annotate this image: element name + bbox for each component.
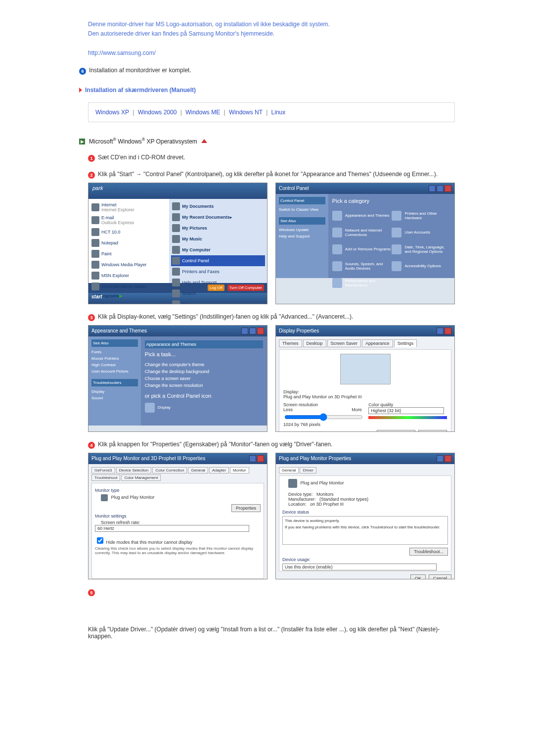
- close-icon[interactable]: [445, 328, 451, 334]
- at-task-theme[interactable]: Change the computer's theme: [145, 361, 263, 368]
- troubleshoot-button[interactable]: Troubleshoot...: [409, 548, 448, 556]
- maximize-icon[interactable]: [437, 185, 444, 192]
- hide-modes-desc: Clearing this check box allows you to se…: [95, 546, 261, 555]
- cp-cat-datetime[interactable]: Date, Time, Language, and Regional Optio…: [392, 244, 450, 254]
- tab-devsel[interactable]: Device Selection: [116, 467, 152, 473]
- samsung-link[interactable]: http://www.samsung.com/: [88, 49, 156, 56]
- tab-desktop[interactable]: Desktop: [303, 339, 326, 347]
- cp-help-support[interactable]: Help and Support: [279, 233, 325, 239]
- tab-geforce3[interactable]: GeForce3: [91, 467, 115, 473]
- arrow-icon: [79, 88, 82, 93]
- hide-modes-label: Hide modes that this monitor cannot disp…: [106, 540, 193, 545]
- sm-moviemaker[interactable]: Windows Movie Maker: [90, 281, 167, 292]
- at-task-bg[interactable]: Change the desktop background: [145, 368, 263, 375]
- sm-notepad[interactable]: Notepad: [90, 237, 167, 248]
- sm-hct[interactable]: HCT 10.0: [90, 227, 167, 237]
- cp-icon: [172, 257, 180, 265]
- os-heading-row: ▶ Microsoft® Windows® XP Operativsystem: [79, 137, 455, 145]
- close-icon[interactable]: [445, 455, 451, 462]
- top-arrow-icon[interactable]: [201, 139, 207, 143]
- note-line2: Den autoriserede driver kan findes på Sa…: [88, 29, 455, 39]
- refresh-select[interactable]: 60 Hertz: [95, 525, 249, 532]
- sm-internet[interactable]: InternetInternet Explorer: [90, 201, 167, 214]
- tab-general[interactable]: General: [188, 467, 208, 473]
- cp-win-update[interactable]: Windows Update: [279, 227, 325, 233]
- close-icon[interactable]: [445, 185, 451, 192]
- sm-paint[interactable]: Paint: [90, 248, 167, 259]
- link-windows-xp[interactable]: Windows XP: [95, 109, 129, 116]
- printer-icon: [172, 268, 180, 276]
- cp-cat-users[interactable]: User Accounts: [392, 228, 450, 237]
- sm-run[interactable]: Run...: [171, 299, 265, 304]
- tab-colormgmt[interactable]: Color Management: [121, 474, 161, 481]
- tab-driver[interactable]: Driver: [300, 467, 316, 473]
- ok-button[interactable]: OK: [410, 574, 426, 579]
- tab-appearance[interactable]: Appearance: [362, 339, 393, 347]
- start-menu-user: park: [89, 183, 267, 199]
- help-icon[interactable]: [437, 328, 444, 334]
- troubleshoot-button[interactable]: Troubleshoot...: [377, 430, 415, 432]
- link-linux[interactable]: Linux: [271, 109, 286, 116]
- cp-cat-printers[interactable]: Printers and Other Hardware: [392, 211, 450, 221]
- hide-modes-checkbox[interactable]: [97, 537, 103, 544]
- close-icon[interactable]: [257, 455, 264, 462]
- step-badge-5: 5: [88, 589, 95, 596]
- at-task-ss[interactable]: Choose a screen saver: [145, 375, 263, 382]
- tab-adapter[interactable]: Adapter: [209, 467, 229, 473]
- xp-step-1-text: Sæt CD'en ind i CD-ROM drevet.: [98, 154, 185, 161]
- tab-themes[interactable]: Themes: [279, 339, 302, 347]
- msn-icon: [91, 272, 99, 280]
- appearance-icon: [332, 211, 342, 221]
- cp-switch-classic[interactable]: Switch to Classic View: [279, 206, 325, 213]
- sm-msn[interactable]: MSN Explorer: [90, 270, 167, 281]
- sm-music[interactable]: My Music: [171, 234, 265, 244]
- sm-wmp[interactable]: Windows Media Player: [90, 259, 167, 270]
- advanced-button[interactable]: Advanced: [418, 430, 447, 432]
- maximize-icon[interactable]: [249, 328, 256, 334]
- notepad-icon: [91, 239, 99, 247]
- properties-button[interactable]: Properties: [231, 504, 261, 512]
- cp-cat-addremove[interactable]: Add or Remove Programs: [332, 244, 391, 254]
- ie-icon: [91, 203, 99, 211]
- at-see-also: See Also: [91, 339, 138, 347]
- minimize-icon[interactable]: [241, 328, 248, 334]
- tab-general2[interactable]: General: [279, 467, 299, 473]
- tab-colorcorr[interactable]: Color Correction: [152, 467, 187, 473]
- tab-screensaver[interactable]: Screen Saver: [327, 339, 361, 347]
- resolution-slider[interactable]: [284, 413, 363, 421]
- sm-control-panel[interactable]: Control Panel: [171, 255, 265, 266]
- logoff-button[interactable]: Log Off: [208, 284, 224, 291]
- close-icon[interactable]: [257, 328, 264, 334]
- sm-email[interactable]: E-mailOutlook Express: [90, 214, 167, 227]
- sm-mycomputer[interactable]: My Computer: [171, 244, 265, 255]
- cp-cat-accessibility[interactable]: Accessibility Options: [392, 261, 450, 271]
- tab-settings[interactable]: Settings: [394, 339, 417, 347]
- turnoff-button[interactable]: Turn Off Computer: [227, 284, 264, 291]
- sm-printers[interactable]: Printers and Faxes: [171, 266, 265, 277]
- link-windows-2000[interactable]: Windows 2000: [138, 109, 177, 116]
- help-icon: [172, 279, 180, 286]
- link-windows-me[interactable]: Windows ME: [185, 109, 220, 116]
- clock-icon: [392, 244, 401, 254]
- tab-troubleshoot[interactable]: Troubleshoot: [91, 474, 120, 481]
- cp-cat-sounds[interactable]: Sounds, Speech, and Audio Devices: [332, 261, 391, 271]
- sm-mydocs[interactable]: My Documents: [171, 201, 265, 212]
- xp-step-1: 1 Sæt CD'en ind i CD-ROM drevet.: [88, 154, 455, 162]
- link-windows-nt[interactable]: Windows NT: [229, 109, 263, 116]
- cp-cat-performance[interactable]: Performance and Maintenance: [332, 278, 391, 288]
- sm-pictures[interactable]: My Pictures: [171, 223, 265, 234]
- color-quality-select[interactable]: Highest (32 bit): [368, 407, 444, 414]
- at-icon-display[interactable]: Display: [145, 403, 263, 413]
- sm-recent[interactable]: My Recent Documents ▸: [171, 212, 265, 223]
- help-icon[interactable]: [249, 455, 256, 462]
- minimize-icon[interactable]: [429, 185, 436, 192]
- user-icon: [392, 228, 401, 237]
- device-usage-select[interactable]: Use this device (enable): [282, 564, 437, 570]
- pnpmon-title: Plug and Play Monitor Properties: [279, 456, 351, 461]
- help-icon[interactable]: [437, 455, 444, 462]
- cp-cat-appearance[interactable]: Appearance and Themes: [332, 211, 391, 221]
- cp-cat-network[interactable]: Network and Internet Connections: [332, 228, 391, 237]
- at-task-res[interactable]: Change the screen resolution: [145, 382, 263, 389]
- tab-monitor[interactable]: Monitor: [230, 467, 249, 473]
- cancel-button[interactable]: Cancel: [429, 574, 451, 579]
